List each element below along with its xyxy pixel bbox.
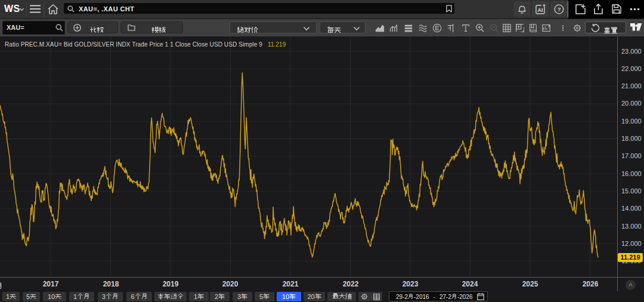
svg-text:?: ? xyxy=(558,6,561,13)
svg-text:AI: AI xyxy=(538,7,543,13)
